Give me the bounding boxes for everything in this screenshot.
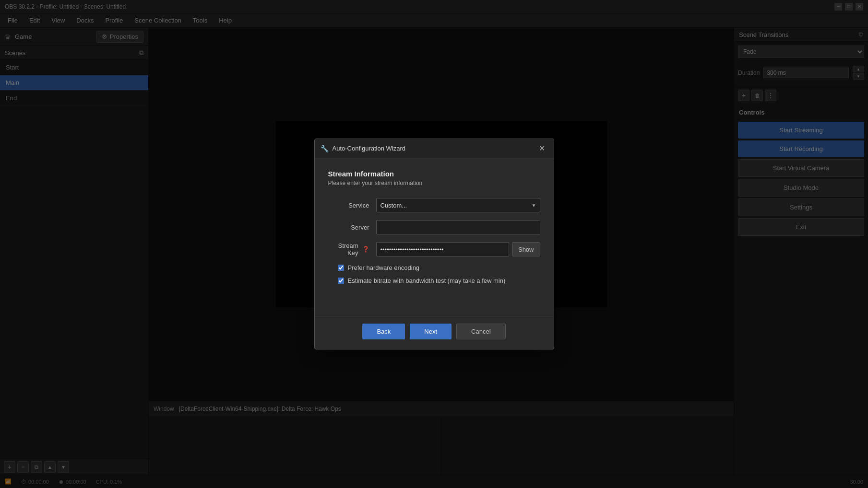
modal-footer: Back Next Cancel bbox=[315, 316, 554, 349]
modal-close-button[interactable]: ✕ bbox=[536, 143, 548, 154]
server-row: Server bbox=[328, 220, 540, 234]
stream-key-wrapper: Show bbox=[376, 242, 540, 256]
show-stream-key-button[interactable]: Show bbox=[512, 242, 540, 256]
server-label: Server bbox=[328, 224, 376, 231]
prefer-hw-encoding-row: Prefer hardware encoding bbox=[328, 264, 540, 271]
next-button[interactable]: Next bbox=[410, 324, 452, 339]
modal-title: Auto-Configuration Wizard bbox=[333, 145, 405, 152]
server-input[interactable] bbox=[376, 220, 540, 234]
modal-title-bar: 🔧 Auto-Configuration Wizard ✕ bbox=[315, 139, 554, 158]
prefer-hw-encoding-checkbox[interactable] bbox=[338, 265, 344, 271]
stream-key-input[interactable] bbox=[376, 242, 509, 256]
service-label: Service bbox=[328, 202, 376, 209]
modal-subheading: Please enter your stream information bbox=[328, 180, 540, 186]
modal-heading: Stream Information bbox=[328, 170, 540, 178]
estimate-bitrate-checkbox[interactable] bbox=[338, 278, 344, 284]
modal-body: Stream Information Please enter your str… bbox=[315, 158, 554, 316]
modal-overlay: 🔧 Auto-Configuration Wizard ✕ Stream Inf… bbox=[0, 0, 868, 488]
service-select-wrapper: Custom... Twitch YouTube Facebook Live ▼ bbox=[376, 198, 540, 212]
stream-key-row: Stream Key ❓ Show bbox=[328, 242, 540, 256]
modal-title-text: 🔧 Auto-Configuration Wizard bbox=[321, 145, 405, 152]
estimate-bitrate-label: Estimate bitrate with bandwidth test (ma… bbox=[348, 277, 506, 284]
estimate-bitrate-row: Estimate bitrate with bandwidth test (ma… bbox=[328, 277, 540, 284]
prefer-hw-encoding-label: Prefer hardware encoding bbox=[348, 264, 420, 271]
auto-config-wizard-modal: 🔧 Auto-Configuration Wizard ✕ Stream Inf… bbox=[314, 139, 554, 349]
back-button[interactable]: Back bbox=[362, 324, 405, 339]
stream-key-label: Stream Key ❓ bbox=[328, 242, 376, 256]
service-select[interactable]: Custom... Twitch YouTube Facebook Live bbox=[376, 198, 540, 212]
question-icon: ❓ bbox=[362, 245, 369, 253]
service-row: Service Custom... Twitch YouTube Faceboo… bbox=[328, 198, 540, 212]
wizard-icon: 🔧 bbox=[321, 145, 329, 152]
cancel-button[interactable]: Cancel bbox=[456, 324, 505, 339]
